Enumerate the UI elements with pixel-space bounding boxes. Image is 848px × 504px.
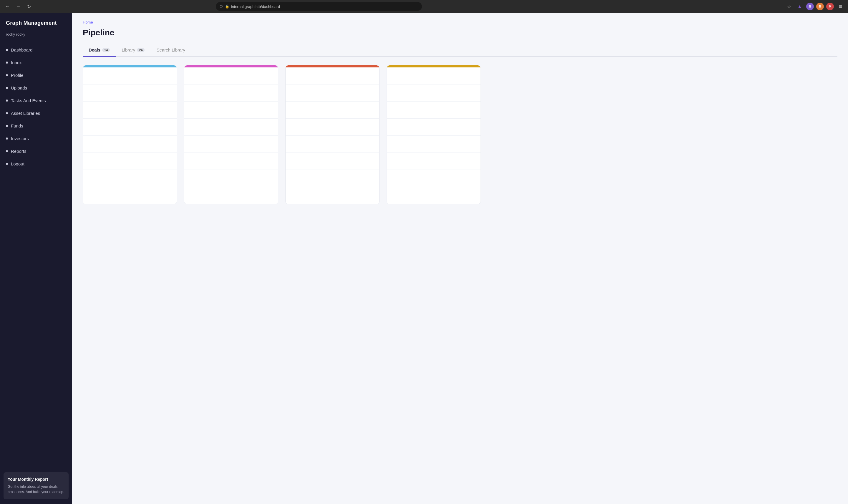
kanban-column-1	[83, 65, 177, 204]
monthly-report-promo: Your Monthly Report Get the info about a…	[3, 472, 69, 499]
promo-title: Your Monthly Report	[8, 477, 65, 482]
tab-library-label: Library	[122, 48, 135, 52]
kanban-cards-2	[184, 68, 278, 204]
sidebar: Graph Management rocky rocky Dashboard I…	[0, 13, 72, 504]
kanban-column-4	[386, 65, 481, 204]
sidebar-label-tasks: Tasks And Events	[11, 98, 46, 103]
page-title: Pipeline	[83, 28, 837, 37]
forward-button[interactable]: →	[14, 2, 22, 11]
back-button[interactable]: ←	[3, 2, 12, 11]
bullet-icon	[6, 49, 8, 51]
user-avatar-2[interactable]: M	[826, 3, 834, 10]
kanban-column-2	[184, 65, 278, 204]
kanban-card[interactable]	[286, 102, 379, 119]
kanban-cards-3	[286, 68, 379, 204]
tab-library-badge: 24	[137, 48, 145, 52]
kanban-card[interactable]	[286, 85, 379, 102]
bullet-icon	[6, 61, 8, 64]
sidebar-label-profile: Profile	[11, 73, 23, 78]
tab-library[interactable]: Library 24	[116, 44, 150, 57]
kanban-card[interactable]	[286, 136, 379, 153]
sidebar-label-funds: Funds	[11, 123, 23, 128]
kanban-card[interactable]	[83, 119, 177, 136]
kanban-card[interactable]	[286, 153, 379, 170]
bullet-icon	[6, 100, 8, 102]
kanban-card[interactable]	[83, 170, 177, 187]
user-avatar-1[interactable]: R	[816, 3, 824, 10]
kanban-card[interactable]	[83, 102, 177, 119]
kanban-card[interactable]	[184, 170, 278, 187]
url-display: internal.graph.htb/dashboard	[231, 4, 280, 9]
bullet-icon	[6, 87, 8, 89]
kanban-card[interactable]	[184, 187, 278, 204]
tab-search-library[interactable]: Search Library	[150, 44, 191, 57]
sidebar-label-logout: Logout	[11, 161, 24, 166]
column-header-yellow	[387, 65, 481, 68]
app-layout: Graph Management rocky rocky Dashboard I…	[0, 13, 848, 504]
kanban-card[interactable]	[83, 187, 177, 204]
shield-toolbar-icon[interactable]: ▲	[796, 2, 804, 11]
column-header-orange	[286, 65, 379, 68]
kanban-card[interactable]	[184, 68, 278, 85]
menu-icon[interactable]: ≡	[836, 2, 845, 11]
kanban-card[interactable]	[83, 85, 177, 102]
kanban-column-3	[285, 65, 380, 204]
sidebar-item-logout[interactable]: Logout	[0, 158, 72, 170]
sidebar-label-dashboard: Dashboard	[11, 48, 32, 52]
kanban-card[interactable]	[184, 136, 278, 153]
kanban-card[interactable]	[286, 170, 379, 187]
sidebar-item-uploads[interactable]: Uploads	[0, 82, 72, 94]
sidebar-item-investors[interactable]: Investors	[0, 132, 72, 145]
kanban-card[interactable]	[387, 85, 481, 102]
sidebar-item-tasks[interactable]: Tasks And Events	[0, 94, 72, 107]
kanban-card[interactable]	[184, 102, 278, 119]
sidebar-label-reports: Reports	[11, 149, 26, 154]
kanban-card[interactable]	[184, 153, 278, 170]
tabs-bar: Deals 14 Library 24 Search Library	[83, 44, 837, 57]
sidebar-label-uploads: Uploads	[11, 85, 27, 90]
bullet-icon	[6, 112, 8, 114]
kanban-card[interactable]	[387, 170, 481, 187]
kanban-card[interactable]	[387, 119, 481, 136]
sidebar-item-funds[interactable]: Funds	[0, 120, 72, 132]
profile-badge[interactable]: 5	[806, 3, 814, 10]
tab-deals-label: Deals	[89, 48, 101, 52]
kanban-card[interactable]	[83, 68, 177, 85]
tab-deals-badge: 14	[102, 48, 110, 52]
sidebar-username: rocky rocky	[0, 31, 72, 42]
sidebar-label-asset-libraries: Asset Libraries	[11, 111, 40, 116]
shield-icon: 🛡	[219, 4, 223, 9]
promo-text: Get the info about all your deals, pros,…	[8, 484, 65, 494]
kanban-card[interactable]	[83, 136, 177, 153]
kanban-card[interactable]	[184, 85, 278, 102]
kanban-card[interactable]	[286, 68, 379, 85]
breadcrumb[interactable]: Home	[83, 20, 837, 24]
refresh-button[interactable]: ↻	[25, 2, 33, 11]
page-inner: Home Pipeline Deals 14 Library 24 Search…	[72, 13, 848, 221]
sidebar-item-inbox[interactable]: Inbox	[0, 56, 72, 69]
bullet-icon	[6, 74, 8, 76]
sidebar-item-asset-libraries[interactable]: Asset Libraries	[0, 107, 72, 120]
kanban-card[interactable]	[184, 119, 278, 136]
sidebar-label-investors: Investors	[11, 136, 29, 141]
kanban-card[interactable]	[286, 119, 379, 136]
kanban-card[interactable]	[387, 136, 481, 153]
kanban-card[interactable]	[387, 102, 481, 119]
kanban-card[interactable]	[387, 68, 481, 85]
kanban-cards-1	[83, 68, 177, 204]
tab-deals[interactable]: Deals 14	[83, 44, 116, 57]
sidebar-nav: Dashboard Inbox Profile Uploads Tasks An…	[0, 42, 72, 468]
kanban-card[interactable]	[387, 153, 481, 170]
sidebar-item-reports[interactable]: Reports	[0, 145, 72, 158]
address-bar[interactable]: 🛡 🔒 internal.graph.htb/dashboard	[216, 2, 422, 11]
column-header-blue	[83, 65, 177, 68]
bullet-icon	[6, 138, 8, 140]
bullet-icon	[6, 125, 8, 127]
bookmark-icon[interactable]: ☆	[785, 2, 793, 11]
sidebar-item-profile[interactable]: Profile	[0, 69, 72, 82]
browser-chrome: ← → ↻ 🛡 🔒 internal.graph.htb/dashboard ☆…	[0, 0, 848, 13]
app-logo: Graph Management	[0, 13, 72, 31]
sidebar-item-dashboard[interactable]: Dashboard	[0, 43, 72, 56]
kanban-card[interactable]	[83, 153, 177, 170]
kanban-card[interactable]	[286, 187, 379, 204]
